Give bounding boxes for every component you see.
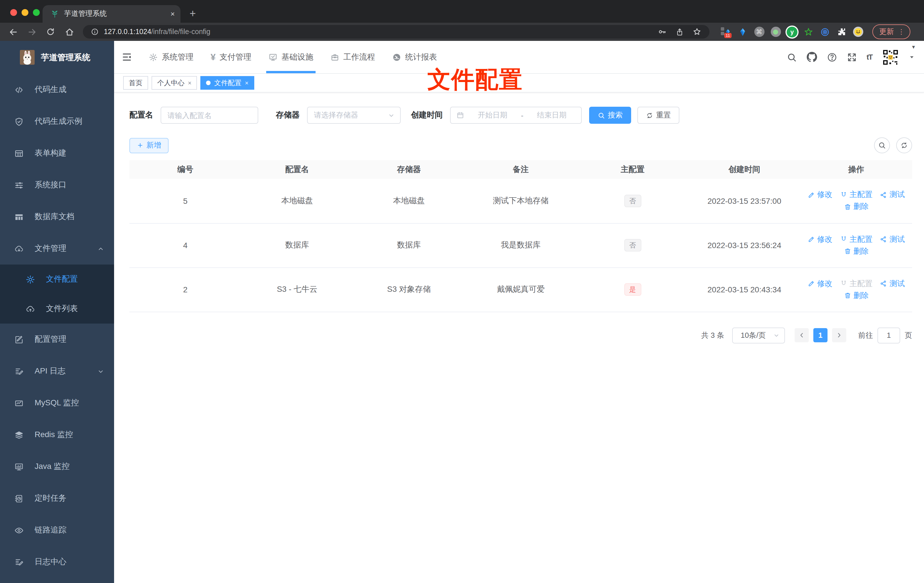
browser-tab[interactable]: 芋道管理系统 × bbox=[43, 5, 180, 23]
sidebar-item-scheduled-tasks[interactable]: 定时任务 bbox=[0, 482, 114, 514]
caret-down-icon[interactable] bbox=[909, 54, 915, 60]
site-info-icon[interactable] bbox=[91, 28, 99, 36]
pencil-icon bbox=[808, 236, 815, 243]
sidebar-item-java-monitor[interactable]: Java 监控 bbox=[0, 451, 114, 482]
sidebar-logo[interactable]: 芋道管理系统 bbox=[0, 41, 114, 74]
trash-icon bbox=[844, 203, 851, 211]
sidebar-item-db-doc[interactable]: 数据库文档 bbox=[0, 201, 114, 233]
recorder-extension-icon[interactable] bbox=[770, 26, 781, 37]
cell-storage: 本地磁盘 bbox=[353, 179, 465, 223]
master-config-link[interactable]: 主配置 bbox=[840, 190, 873, 200]
prev-page-button[interactable] bbox=[795, 328, 809, 342]
puzzle-extensions-icon[interactable] bbox=[836, 26, 847, 37]
nav-item-reports[interactable]: 统计报表 bbox=[384, 41, 446, 73]
nav-item-system[interactable]: 系统管理 bbox=[140, 41, 202, 73]
url-bar[interactable]: 127.0.0.1:1024/infra/file/file-config bbox=[83, 25, 710, 39]
config-name-input[interactable] bbox=[161, 107, 258, 124]
tag-file-config[interactable]: 文件配置× bbox=[201, 76, 254, 90]
tab-manager-extension-icon[interactable]: 11 bbox=[721, 26, 732, 37]
sidebar-item-redis-monitor[interactable]: Redis 监控 bbox=[0, 419, 114, 451]
test-link[interactable]: 测试 bbox=[880, 278, 905, 289]
refresh-table-button[interactable] bbox=[896, 137, 912, 153]
nav-item-workflow[interactable]: 工作流程 bbox=[322, 41, 384, 73]
home-icon[interactable] bbox=[62, 25, 77, 39]
dashboard-icon bbox=[392, 53, 401, 61]
kite-extension-icon[interactable] bbox=[737, 26, 748, 37]
tag-home[interactable]: 首页 bbox=[123, 76, 148, 90]
share-icon[interactable] bbox=[675, 28, 684, 36]
zoom-window-button[interactable] bbox=[33, 9, 40, 16]
password-key-icon[interactable] bbox=[658, 27, 667, 36]
page-size-select[interactable]: 10条/页 bbox=[732, 327, 785, 343]
search-icon[interactable] bbox=[786, 52, 797, 62]
sidebar-item-config-management[interactable]: 配置管理 bbox=[0, 324, 114, 355]
browser-update-button[interactable]: 更新 ⋮ bbox=[872, 25, 911, 39]
sidebar-item-code-gen-demo[interactable]: 代码生成示例 bbox=[0, 106, 114, 137]
sidebar-item-mysql-monitor[interactable]: MySQL 监控 bbox=[0, 387, 114, 419]
search-button[interactable]: 搜索 bbox=[589, 107, 631, 124]
delete-link[interactable]: 删除 bbox=[844, 291, 869, 301]
tag-profile[interactable]: 个人中心× bbox=[152, 76, 197, 90]
test-link[interactable]: 测试 bbox=[880, 190, 905, 200]
row-actions: 修改 主配置 测试 删除 bbox=[800, 278, 912, 301]
pagination-total: 共 3 条 bbox=[701, 330, 724, 340]
sidebar-item-api-log[interactable]: API 日志 bbox=[0, 355, 114, 387]
show-search-button[interactable] bbox=[874, 137, 890, 153]
sidebar-fold-icon[interactable] bbox=[122, 52, 132, 63]
forward-icon[interactable] bbox=[25, 25, 39, 39]
minimize-window-button[interactable] bbox=[21, 9, 28, 16]
nav-item-payment[interactable]: ¥ 支付管理 bbox=[202, 41, 260, 73]
tab-title: 芋道管理系统 bbox=[64, 9, 170, 19]
url-bar-actions bbox=[658, 27, 701, 36]
command-extension-icon[interactable]: ⌘ bbox=[754, 26, 764, 37]
new-tab-button[interactable]: + bbox=[190, 7, 196, 20]
eye-extension-icon[interactable] bbox=[820, 26, 830, 37]
create-time-range-picker[interactable]: 开始日期 - 结束日期 bbox=[450, 107, 582, 124]
close-icon[interactable]: × bbox=[188, 79, 191, 86]
briefcase-icon bbox=[330, 53, 340, 61]
overflow-caret-icon[interactable]: ▾ bbox=[912, 44, 915, 50]
nav-item-infrastructure[interactable]: 基础设施 bbox=[260, 41, 322, 73]
back-icon[interactable] bbox=[6, 25, 20, 39]
close-icon[interactable]: × bbox=[245, 79, 249, 86]
edit-link[interactable]: 修改 bbox=[808, 234, 833, 244]
page-number-button[interactable]: 1 bbox=[813, 328, 828, 342]
test-link[interactable]: 测试 bbox=[880, 234, 905, 244]
goto-page-input[interactable] bbox=[878, 327, 900, 343]
reset-button[interactable]: 重置 bbox=[637, 107, 680, 124]
next-page-button[interactable] bbox=[832, 328, 846, 342]
y-extension-icon[interactable]: y bbox=[787, 26, 797, 37]
chevron-right-icon bbox=[835, 332, 843, 339]
page-unit-label: 页 bbox=[905, 330, 912, 340]
reload-icon[interactable] bbox=[43, 25, 58, 39]
storage-select[interactable]: 请选择存储器 bbox=[307, 107, 401, 124]
sidebar-item-file-config[interactable]: 文件配置 bbox=[0, 264, 114, 294]
sidebar-item-file-list[interactable]: 文件列表 bbox=[0, 294, 114, 324]
close-window-button[interactable] bbox=[10, 9, 17, 16]
delete-link[interactable]: 删除 bbox=[844, 202, 869, 212]
edit-link[interactable]: 修改 bbox=[808, 278, 833, 289]
chevron-down-icon bbox=[773, 332, 780, 339]
help-icon[interactable] bbox=[827, 52, 837, 62]
sidebar-item-file-management[interactable]: 文件管理 bbox=[0, 233, 114, 264]
sidebar-item-code-gen[interactable]: 代码生成 bbox=[0, 74, 114, 106]
font-size-icon[interactable]: tT bbox=[866, 53, 872, 61]
sidebar-item-form-builder[interactable]: 表单构建 bbox=[0, 137, 114, 169]
cell-storage: 数据库 bbox=[353, 223, 465, 268]
add-button[interactable]: 新增 bbox=[129, 138, 168, 153]
gear-icon bbox=[26, 274, 35, 284]
fullscreen-icon[interactable] bbox=[846, 52, 857, 62]
edit-link[interactable]: 修改 bbox=[808, 190, 833, 200]
bookmark-star-icon[interactable] bbox=[693, 27, 701, 36]
star-extension-icon[interactable] bbox=[803, 26, 814, 37]
github-icon[interactable] bbox=[806, 52, 817, 63]
user-avatar[interactable] bbox=[882, 48, 899, 66]
url-path: /infra/file/file-config bbox=[151, 28, 210, 36]
sidebar-item-log-center[interactable]: 日志中心 bbox=[0, 546, 114, 578]
sidebar-item-system-api[interactable]: 系统接口 bbox=[0, 169, 114, 201]
master-config-link[interactable]: 主配置 bbox=[840, 234, 873, 244]
emoji-profile-icon[interactable] bbox=[853, 26, 863, 37]
delete-link[interactable]: 删除 bbox=[844, 246, 869, 256]
sidebar-item-tracing[interactable]: 链路追踪 bbox=[0, 514, 114, 546]
tab-close-icon[interactable]: × bbox=[170, 10, 175, 18]
